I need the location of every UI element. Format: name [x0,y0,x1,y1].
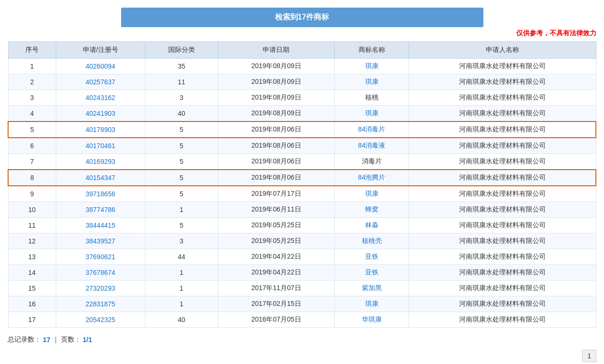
cell-index: 16 [8,296,56,312]
cell-regno-link[interactable]: 40154347 [86,174,115,182]
cell-category: 11 [145,74,218,90]
table-header: 序号 申请/注册号 国际分类 申请日期 商标名称 申请人名称 [8,42,596,59]
cell-index: 11 [8,218,56,233]
cell-trademark-name: 蜂窝 [335,202,409,218]
cell-trademark-name: 核桃 [335,90,409,106]
cell-regno: 38439527 [56,233,145,249]
cell-date: 2019年08月09日 [218,90,334,106]
pagination: 1 [8,350,596,362]
cell-trademark-link[interactable]: 亚铁 [365,253,379,260]
cell-regno-link[interactable]: 37678674 [86,269,115,276]
cell-regno-link[interactable]: 40241903 [86,110,115,117]
cell-trademark-link[interactable]: 核桃壳 [362,237,382,244]
footer-total-label: 总记录数： [8,335,41,344]
cell-category: 3 [145,90,218,106]
cell-regno-link[interactable]: 38444415 [86,222,115,229]
cell-applicant: 河南琪康水处理材料有限公司 [409,121,596,138]
cell-regno-link[interactable]: 37690621 [86,253,115,261]
cell-date: 2019年08月06日 [218,154,334,170]
cell-date: 2017年02月15日 [218,296,334,312]
cell-date: 2019年05月25日 [218,233,334,249]
cell-regno-link[interactable]: 38439527 [86,237,115,245]
cell-index: 8 [8,170,56,186]
table-row: 162283187512017年02月15日琪康河南琪康水处理材料有限公司 [8,296,596,312]
cell-trademark-link[interactable]: 琪康 [365,190,379,197]
disclaimer-text: 仅供参考，不具有法律效力 [516,29,596,38]
table-row: 103877478612019年06月11日蜂窝河南琪康水处理材料有限公司 [8,202,596,218]
table-row: 240257637112019年08月09日琪康河南琪康水处理材料有限公司 [8,74,596,90]
table-row: 1337690621442019年04月22日亚铁河南琪康水处理材料有限公司 [8,249,596,265]
cell-trademark-link[interactable]: 亚铁 [365,268,379,276]
cell-regno: 27320293 [56,281,145,296]
cell-index: 13 [8,249,56,265]
top-bar: 仅供参考，不具有法律效力 [8,29,596,38]
cell-trademark-name: 琪康 [335,186,409,202]
cell-regno-link[interactable]: 27320293 [86,284,115,292]
cell-regno-link[interactable]: 40169293 [86,158,115,165]
cell-regno-link[interactable]: 38774786 [86,206,115,213]
cell-regno-link[interactable]: 40257637 [86,78,115,86]
cell-trademark-link[interactable]: 84泡腾片 [358,173,386,181]
cell-trademark-name: 84消毒片 [335,121,409,138]
cell-date: 2019年05月25日 [218,218,334,233]
cell-applicant: 河南琪康水处理材料有限公司 [409,296,596,312]
cell-applicant: 河南琪康水处理材料有限公司 [409,138,596,154]
cell-applicant: 河南琪康水处理材料有限公司 [409,59,596,74]
cell-date: 2019年08月09日 [218,106,334,122]
cell-trademark-name: 亚铁 [335,249,409,265]
cell-index: 17 [8,312,56,328]
cell-regno: 40241903 [56,106,145,122]
cell-trademark-link[interactable]: 琪康 [365,300,379,307]
table-body: 140260094352019年08月09日琪康河南琪康水处理材料有限公司240… [8,59,596,328]
cell-date: 2016年07月05日 [218,312,334,328]
cell-regno-link[interactable]: 40260094 [86,62,115,70]
cell-index: 3 [8,90,56,106]
cell-regno: 40178903 [56,121,145,138]
page-1-button[interactable]: 1 [582,350,596,362]
cell-trademark-name: 琪康 [335,296,409,312]
cell-category: 5 [145,186,218,202]
cell-applicant: 河南琪康水处理材料有限公司 [409,186,596,202]
cell-trademark-link[interactable]: 华琪康 [362,315,382,323]
cell-regno: 38444415 [56,218,145,233]
table-row: 54017890352019年08月06日84消毒片河南琪康水处理材料有限公司 [8,121,596,138]
cell-trademark-name: 消毒片 [335,154,409,170]
cell-date: 2017年11月07日 [218,281,334,296]
cell-regno: 40260094 [56,59,145,74]
cell-regno-link[interactable]: 20542325 [86,316,115,324]
cell-regno-link[interactable]: 40170461 [86,142,115,150]
table-row: 93971865652019年07月17日琪康河南琪康水处理材料有限公司 [8,186,596,202]
cell-trademark-name: 华琪康 [335,312,409,328]
cell-regno: 40257637 [56,74,145,90]
table-row: 440241903402019年08月09日琪康河南琪康水处理材料有限公司 [8,106,596,122]
cell-trademark-link[interactable]: 84消毒液 [358,142,386,149]
cell-trademark-link[interactable]: 蜂窝 [365,205,379,213]
cell-trademark-link[interactable]: 84消毒片 [358,125,386,133]
table-row: 74016929352019年08月06日消毒片河南琪康水处理材料有限公司 [8,154,596,170]
cell-regno: 22831875 [56,296,145,312]
trademark-table: 序号 申请/注册号 国际分类 申请日期 商标名称 申请人名称 140260094… [8,41,596,328]
cell-trademark-link[interactable]: 琪康 [365,62,379,70]
cell-regno-link[interactable]: 40243162 [86,94,115,101]
cell-trademark-link[interactable]: 琪康 [365,78,379,85]
cell-trademark-name: 林淼 [335,218,409,233]
cell-regno-link[interactable]: 22831875 [86,300,115,308]
cell-category: 40 [145,106,218,122]
cell-applicant: 河南琪康水处理材料有限公司 [409,106,596,122]
col-header-date: 申请日期 [218,42,334,59]
cell-date: 2019年06月11日 [218,202,334,218]
cell-trademark-link[interactable]: 林淼 [365,221,379,229]
cell-category: 1 [145,281,218,296]
cell-trademark-link[interactable]: 紫加黑 [362,284,382,292]
cell-regno-link[interactable]: 39718656 [86,190,115,198]
cell-regno: 20542325 [56,312,145,328]
cell-trademark-name: 琪康 [335,74,409,90]
cell-trademark-name: 84泡腾片 [335,170,409,186]
cell-trademark-link[interactable]: 琪康 [365,109,379,117]
table-row: 113844441552019年05月25日林淼河南琪康水处理材料有限公司 [8,218,596,233]
cell-category: 3 [145,233,218,249]
cell-trademark-name: 紫加黑 [335,281,409,296]
cell-applicant: 河南琪康水处理材料有限公司 [409,265,596,281]
cell-regno-link[interactable]: 40178903 [86,126,115,133]
cell-index: 2 [8,74,56,90]
